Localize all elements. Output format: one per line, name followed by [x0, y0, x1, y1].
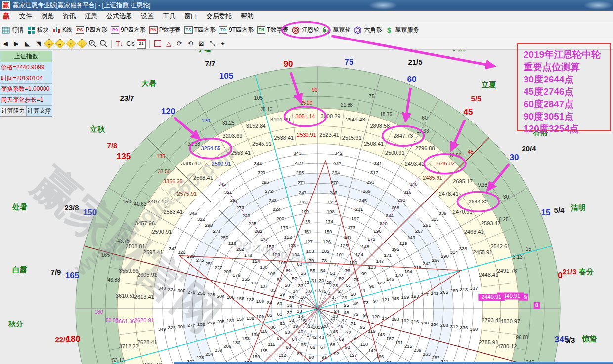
toolbar-button-赢家轮[interactable]: Big赢家轮 [321, 25, 352, 35]
wheel-price-inner-label: 2613.41 [134, 294, 154, 300]
toolbar-button-9P四方形[interactable]: P99P四方形 [109, 25, 147, 35]
pan-right-button[interactable]: → [55, 39, 65, 48]
forward-button[interactable]: ▶ [11, 39, 21, 48]
wheel-integer-label: 88 [286, 344, 291, 350]
wheel-integer-label: 205 [217, 319, 225, 324]
wheel-integer-label: 119 [368, 328, 375, 334]
toolbar-button-六角形[interactable]: 六角形 [352, 25, 383, 35]
annotation-note-box: 2019年江恩轮中轮重要点位测算30度2644点45度2746点60度2847点… [517, 43, 611, 131]
toolbar-button-9T四方形[interactable]: T99T四方形 [218, 25, 255, 35]
wheel-degree-label: 30 [503, 194, 509, 200]
pan-up-icon: ↑ [65, 39, 76, 49]
hexagon-icon [354, 26, 362, 34]
toolbar-button-K线[interactable]: K线 [51, 25, 74, 35]
wheel-integer-label: 31 [311, 278, 317, 283]
pan-up-button[interactable]: ↑ [66, 39, 76, 48]
outer-degree-label: 105 [219, 71, 233, 81]
wheel-integer-label: 76 [345, 268, 350, 273]
triangle-tool-button[interactable]: △ [164, 39, 174, 48]
wheel-integer-label: 56 [301, 270, 306, 276]
wheel-integer-label: 201 [255, 228, 263, 234]
wheel-integer-label: 269 [363, 188, 371, 194]
arc-ccw-button[interactable]: ⟲ [185, 39, 195, 48]
wheel-integer-label: 278 [196, 355, 204, 360]
menu-item-4[interactable]: 江恩 [80, 11, 102, 21]
menu-item-1[interactable]: 文件 [15, 11, 37, 21]
wheel-integer-label: 84 [267, 300, 273, 305]
rect-tool-button[interactable] [153, 39, 163, 48]
menu-item-10[interactable]: 帮助 [236, 11, 258, 21]
fit-tool-button[interactable]: ⤡ [207, 39, 217, 48]
wheel-degree-label: 165 [101, 252, 110, 258]
wheel-integer-label: 293 [366, 179, 374, 185]
pan-left-button[interactable]: ← [44, 39, 54, 48]
annotation-line-7: 120度3254点 [524, 122, 610, 135]
wheel-integer-label: 216 [411, 319, 419, 324]
wheel-price-outer-label: 3457.96 [135, 220, 155, 226]
wheel-integer-label: 347 [169, 246, 176, 251]
menu-item-2[interactable]: 浏览 [37, 11, 58, 21]
menu-item-6[interactable]: 设置 [136, 11, 158, 21]
wheel-integer-label: 33 [298, 283, 303, 288]
menu-item-5[interactable]: 公式选股 [102, 11, 136, 21]
wheel-integer-label: 197 [351, 216, 359, 221]
wheel-integer-label: 7 [314, 287, 316, 293]
wheel-integer-label: 37 [287, 310, 292, 315]
calendar-button[interactable]: 21 [136, 39, 146, 48]
wheel-integer-label: 315 [431, 216, 438, 222]
calc-support-button[interactable]: 计算支撑 [27, 106, 52, 116]
wheel-integer-label: 64 [292, 336, 297, 342]
wheel-integer-label: 63 [285, 329, 290, 335]
arc-cw-button[interactable]: ⟳ [175, 39, 184, 48]
wheel-integer-label: 295 [296, 170, 304, 175]
wheel-percent-label: 12.50 [449, 153, 461, 158]
pyramid-up-button[interactable]: ◣ [22, 39, 32, 48]
wheel-integer-label: 168 [392, 316, 399, 322]
wheel-price-inner-label: 2590.91 [152, 229, 172, 235]
wheel-integer-label: 226 [228, 241, 236, 246]
menu-item-8[interactable]: 窗口 [180, 11, 202, 21]
boxed-x-button[interactable]: ⊠ [196, 39, 206, 48]
toolbar-button-P数字表[interactable]: PNP数字表 [148, 25, 182, 35]
toolbar-button-P四方形[interactable]: PSP四方形 [74, 25, 109, 35]
pyramid-down-button[interactable]: ◥ [33, 39, 43, 48]
toolbar-button-T四方形[interactable]: TST四方形 [183, 25, 217, 35]
cls-button[interactable]: Cls [126, 39, 135, 48]
wheel-integer-label: 105 [278, 260, 286, 265]
zoom-in-button[interactable]: + [88, 39, 97, 48]
toolbar-button-行情[interactable]: 行情 [0, 25, 25, 35]
wheel-price-outer-label: 2949.43 [346, 117, 365, 122]
wheel-integer-label: 289 [450, 288, 458, 293]
wheel-price-outer-label: 3203.69 [223, 133, 243, 139]
wheel-price-outer-label: 2644.32 [468, 199, 488, 204]
wheel-price-outer-label: 3051.14 [296, 113, 315, 119]
outer-degree-label: 30 [510, 153, 519, 162]
wheel-integer-label: 134 [251, 332, 259, 337]
wheel-degree-label: 150 [123, 199, 131, 204]
calc-resistance-button[interactable]: 计算阻力 [0, 106, 27, 116]
back-button[interactable]: ◀ [0, 39, 10, 48]
wheel-integer-label: 170 [395, 272, 403, 278]
time-axis-button[interactable]: T↓ [115, 39, 125, 48]
zoom-out-button[interactable]: - [98, 39, 108, 48]
wheel-integer-label: 28 [333, 283, 338, 288]
toolbar-button-板块[interactable]: 板块 [26, 25, 50, 35]
menu-item-9[interactable]: 交易委托 [202, 11, 236, 21]
wheel-integer-label: 6 [319, 287, 321, 293]
pan-down-button[interactable]: ↓ [77, 39, 87, 48]
wheel-integer-label: 148 [361, 244, 369, 249]
wheel-integer-label: 93 [345, 344, 350, 350]
wheel-integer-label: 246 [329, 190, 337, 195]
toolbar-button-江恩轮[interactable]: 江恩轮 [290, 25, 321, 35]
wheel-integer-label: 251 [205, 261, 213, 266]
menu-item-7[interactable]: 工具 [158, 11, 180, 21]
arc-cw-icon: ⟳ [177, 40, 182, 47]
wheel-integer-label: 103 [306, 248, 314, 254]
select-tool-button[interactable]: ⌖ [218, 39, 228, 48]
toolbar-button-T数字表[interactable]: TNT数字表 [256, 25, 290, 35]
wheel-integer-label: 198 [327, 209, 335, 214]
toolbar-button-赢家服务[interactable]: $赢家服务 [384, 25, 420, 35]
wheel-integer-label: 264 [431, 322, 438, 327]
wheel-integer-label: 192 [401, 318, 409, 323]
menu-item-3[interactable]: 资讯 [58, 11, 80, 21]
